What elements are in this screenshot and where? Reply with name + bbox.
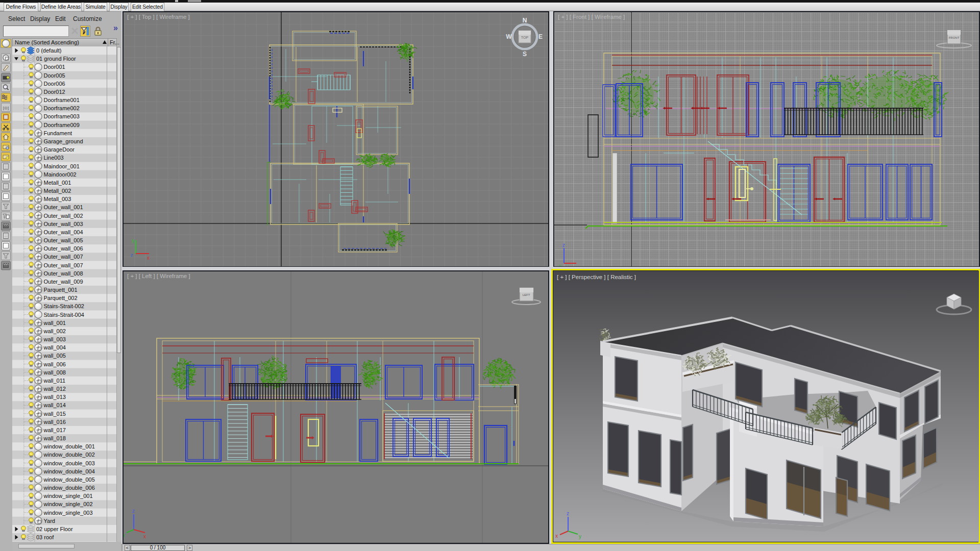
svg-text:Metall_001: Metall_001 [44, 180, 71, 186]
svg-text:x: x [147, 255, 150, 261]
svg-text:wall_004: wall_004 [43, 344, 66, 350]
svg-text:Garage_ground: Garage_ground [44, 138, 83, 144]
svg-text:Parquett_001: Parquett_001 [44, 287, 78, 293]
svg-text:[ + ] [ Perspective ] [ Realis: [ + ] [ Perspective ] [ Realistic ] [557, 274, 636, 280]
svg-text:Outer_wall_001: Outer_wall_001 [44, 204, 83, 210]
svg-text:Maindoor002: Maindoor002 [44, 171, 77, 178]
svg-text:[ + ] [ Left ] [ Wireframe ]: [ + ] [ Left ] [ Wireframe ] [127, 273, 190, 279]
svg-text:GarageDoor: GarageDoor [44, 146, 75, 153]
svg-text:TOP: TOP [521, 36, 529, 39]
svg-text:Door005: Door005 [44, 72, 65, 79]
svg-text:window_double_003: window_double_003 [43, 460, 95, 466]
svg-text:Outer_wall_002: Outer_wall_002 [44, 213, 83, 219]
svg-text:Metall_003: Metall_003 [44, 196, 71, 202]
svg-text:wall_003: wall_003 [43, 336, 66, 342]
svg-text:y: y [124, 532, 125, 538]
svg-text:Outer_wall_007: Outer_wall_007 [44, 254, 83, 260]
svg-text:Parquett_002: Parquett_002 [44, 295, 78, 301]
svg-text:wall_012: wall_012 [43, 386, 66, 392]
svg-text:0 (default): 0 (default) [36, 47, 62, 54]
svg-text:window_single_003: window_single_003 [43, 510, 93, 516]
svg-text:y: y [132, 238, 134, 243]
svg-text:02 upper Floor: 02 upper Floor [36, 526, 73, 532]
svg-text:x: x [555, 533, 558, 539]
svg-text:Doorframe003: Doorframe003 [44, 113, 80, 119]
svg-text:01 ground Floor: 01 ground Floor [36, 56, 76, 62]
svg-text:[◎]: [◎] [3, 106, 9, 110]
svg-text:wall_005: wall_005 [43, 353, 66, 359]
svg-text:wall_013: wall_013 [43, 394, 66, 400]
svg-text:E: E [538, 33, 543, 40]
svg-text:wall_017: wall_017 [43, 427, 66, 433]
svg-text:wall_001: wall_001 [43, 320, 66, 326]
svg-text:S: S [523, 51, 527, 58]
svg-text:window_double_004: window_double_004 [43, 468, 95, 474]
svg-text:window_single_002: window_single_002 [43, 501, 93, 507]
svg-text:window_double_001: window_double_001 [43, 443, 95, 449]
svg-text:y: y [559, 263, 561, 266]
svg-text:Outer_wall_007: Outer_wall_007 [44, 262, 83, 268]
svg-text:Line003: Line003 [44, 155, 64, 161]
svg-text:Outer_wall_008: Outer_wall_008 [44, 270, 83, 277]
svg-text:wall_002: wall_002 [43, 328, 66, 334]
svg-text:window_single_001: window_single_001 [43, 493, 93, 499]
svg-text:Door006: Door006 [44, 81, 65, 87]
svg-text:x: x [143, 534, 146, 539]
svg-text:x: x [574, 265, 577, 266]
svg-text:Maindoor_001: Maindoor_001 [44, 163, 80, 169]
svg-text:wall_015: wall_015 [43, 411, 66, 417]
svg-text:wall_016: wall_016 [43, 419, 66, 425]
svg-text:03 roof: 03 roof [36, 534, 54, 540]
svg-text:z: z [562, 242, 565, 248]
svg-text:Stairs-Strait-002: Stairs-Strait-002 [44, 303, 84, 309]
svg-text:Doorframe001: Doorframe001 [44, 97, 80, 103]
svg-text:Yard: Yard [44, 518, 55, 524]
svg-text:FRONT: FRONT [949, 36, 960, 39]
svg-text:N: N [523, 17, 527, 24]
svg-text:Stairs-Strait-004: Stairs-Strait-004 [44, 312, 84, 318]
svg-text:[ + ] [ Top ] [ Wireframe ]: [ + ] [ Top ] [ Wireframe ] [127, 14, 190, 20]
svg-text:Outer_wall_009: Outer_wall_009 [44, 279, 83, 285]
svg-text:Outer_wall_006: Outer_wall_006 [44, 245, 83, 252]
svg-text:window_double_005: window_double_005 [43, 477, 95, 483]
svg-text:[ + ] [ Front ] [ Wireframe ]: [ + ] [ Front ] [ Wireframe ] [558, 14, 625, 20]
svg-text:LEFT: LEFT [523, 293, 530, 296]
svg-text:wall_006: wall_006 [43, 361, 66, 367]
svg-text:wall_011: wall_011 [43, 378, 66, 384]
svg-text:Doorframe002: Doorframe002 [44, 105, 80, 111]
svg-text:y: y [579, 534, 581, 539]
svg-text:Metall_002: Metall_002 [44, 188, 71, 194]
svg-text:Outer_wall_005: Outer_wall_005 [44, 237, 83, 243]
svg-text:window_double_006: window_double_006 [43, 485, 95, 491]
svg-text:z: z [567, 511, 569, 516]
svg-text:wall_008: wall_008 [43, 369, 66, 375]
svg-text:W: W [506, 33, 512, 40]
svg-text:wall_014: wall_014 [43, 402, 66, 408]
svg-text:wall_018: wall_018 [43, 435, 66, 441]
svg-text:z: z [131, 253, 133, 258]
svg-text:Outer_wall_003: Outer_wall_003 [44, 221, 83, 227]
svg-text:Door001: Door001 [44, 64, 65, 70]
svg-text:window_double_002: window_double_002 [43, 452, 95, 458]
svg-text:Door012: Door012 [44, 89, 65, 95]
svg-text:Doorframe009: Doorframe009 [44, 122, 80, 128]
svg-text:Outer_wall_004: Outer_wall_004 [44, 229, 83, 235]
svg-text:z: z [132, 508, 135, 514]
svg-text:Fundament: Fundament [44, 130, 72, 136]
